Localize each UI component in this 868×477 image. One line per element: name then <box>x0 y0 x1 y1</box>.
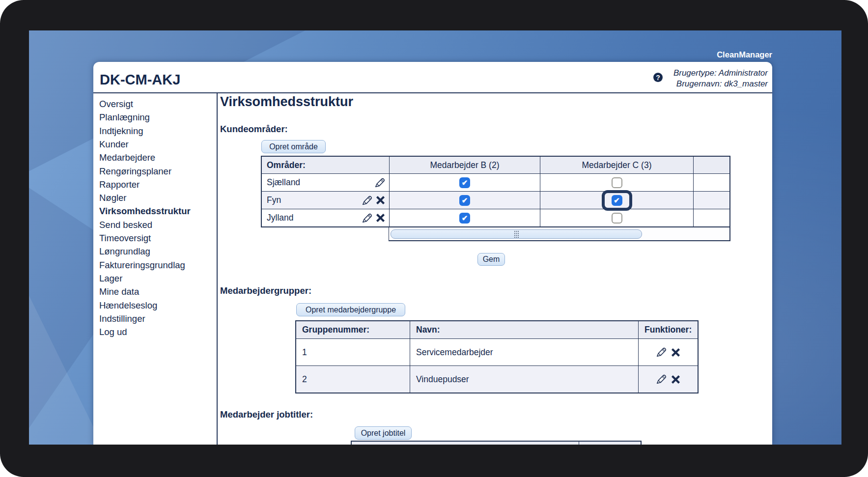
delete-x-icon[interactable] <box>376 196 385 205</box>
sidebar-item-rengoeringsplaner[interactable]: Rengøringsplaner <box>99 166 171 177</box>
brand-watermark: CleanManager <box>717 50 772 59</box>
create-group-button[interactable]: Opret medarbejdergruppe <box>296 303 405 316</box>
sidebar-item-mine-data[interactable]: Mine data <box>99 286 139 298</box>
sidebar-item-indstillinger[interactable]: Indstillinger <box>99 313 145 325</box>
sidebar-item-timeoversigt[interactable]: Timeoversigt <box>99 232 151 244</box>
save-button[interactable]: Gem <box>477 253 505 266</box>
group-name-cell: Vinduepudser <box>410 366 638 393</box>
sidebar-item-planlaegning[interactable]: Planlægning <box>99 112 150 123</box>
sidebar-item-oversigt[interactable]: Oversigt <box>99 98 133 110</box>
checkbox-focus-ring <box>602 208 632 228</box>
areas-table-header: Områder: Medarbejder B (2) Medarbejder C… <box>262 157 729 173</box>
group-number-cell: 1 <box>296 339 410 365</box>
horizontal-scrollbar-thumb[interactable] <box>391 229 642 239</box>
section-label-medarbejdergrupper: Medarbejdergrupper: <box>220 285 311 296</box>
delete-x-icon[interactable] <box>671 348 680 357</box>
jobtitles-table-partial <box>351 441 642 445</box>
checkbox-medarbejder-b[interactable] <box>459 195 470 206</box>
page-title: Virksomhedsstruktur <box>220 94 353 110</box>
sidebar-item-noegler[interactable]: Nøgler <box>99 192 127 204</box>
delete-x-icon[interactable] <box>376 213 385 223</box>
section-label-jobtitler: Medarbejder jobtitler: <box>220 409 313 420</box>
area-name: Jylland <box>267 213 293 223</box>
edit-pencil-icon[interactable] <box>362 195 372 206</box>
header-rule <box>93 92 772 93</box>
sidebar-item-medarbejdere[interactable]: Medarbejdere <box>99 152 155 164</box>
table-row-jylland: Jylland <box>262 209 729 226</box>
area-name-cell: Sjælland <box>262 174 389 191</box>
column-header-funktioner: Funktioner: <box>638 321 698 338</box>
sidebar-item-faktureringsgrundlag[interactable]: Faktureringsgrundlag <box>99 259 185 271</box>
areas-table: Områder: Medarbejder B (2) Medarbejder C… <box>261 156 730 227</box>
sidebar-item-kunder[interactable]: Kunder <box>99 139 129 150</box>
edit-pencil-icon[interactable] <box>656 374 667 385</box>
checkbox-medarbejder-b[interactable] <box>459 213 470 224</box>
group-functions-cell <box>638 339 698 365</box>
group-name-cell: Servicemedarbejder <box>410 339 638 365</box>
delete-x-icon[interactable] <box>671 375 680 384</box>
horizontal-scrollbar-track[interactable] <box>389 227 730 241</box>
monitor: CleanManager DK-CM-AKJ ? Brugertype: Adm… <box>0 0 868 477</box>
groups-table-header: Gruppenummer: Navn: Funktioner: <box>296 321 698 338</box>
sidebar-item-log-ud[interactable]: Log ud <box>99 326 127 338</box>
group-functions-cell <box>638 366 698 393</box>
area-name-cell: Jylland <box>262 209 389 226</box>
edit-pencil-icon[interactable] <box>656 347 667 358</box>
table-row-sjaelland: Sjælland <box>262 173 729 191</box>
create-jobtitle-button[interactable]: Opret jobtitel <box>355 426 412 440</box>
group-number-cell: 2 <box>296 366 410 393</box>
table-row-fyn: Fyn <box>262 191 729 209</box>
column-header-omraader: Områder: <box>262 157 389 173</box>
checkbox-medarbejder-c[interactable] <box>612 213 622 224</box>
create-area-button[interactable]: Opret område <box>261 140 326 153</box>
area-name-cell: Fyn <box>262 192 389 209</box>
checkbox-medarbejder-c[interactable] <box>612 195 622 206</box>
sidebar-divider <box>217 93 218 445</box>
sidebar-item-virksomhedsstruktur[interactable]: Virksomhedsstruktur <box>99 205 191 217</box>
groups-table: Gruppenummer: Navn: Funktioner: 1 Servic… <box>295 320 699 393</box>
desktop-wallpaper: CleanManager DK-CM-AKJ ? Brugertype: Adm… <box>29 30 841 445</box>
area-name: Sjælland <box>267 177 300 188</box>
user-info: Brugertype: Administrator Brugernavn: dk… <box>673 68 768 89</box>
area-name: Fyn <box>267 195 281 205</box>
group-row-2: 2 Vinduepudser <box>296 365 698 393</box>
checkbox-medarbejder-b[interactable] <box>459 177 470 188</box>
sidebar-item-rapporter[interactable]: Rapporter <box>99 179 140 191</box>
column-header-navn: Navn: <box>410 321 638 338</box>
checkbox-medarbejder-c[interactable] <box>612 177 622 188</box>
column-header-medarbejder-c: Medarbejder C (3) <box>540 157 693 173</box>
column-header-gruppenummer: Gruppenummer: <box>296 321 410 338</box>
sidebar-item-loengrundlag[interactable]: Løngrundlag <box>99 246 150 257</box>
column-header-medarbejder-b: Medarbejder B (2) <box>389 157 540 173</box>
sidebar-item-lager[interactable]: Lager <box>99 273 122 284</box>
window-title: DK-CM-AKJ <box>100 72 180 88</box>
column-header-empty <box>693 157 729 173</box>
sidebar-item-send-besked[interactable]: Send besked <box>99 219 152 231</box>
sidebar-item-indtjekning[interactable]: Indtjekning <box>99 125 143 137</box>
section-label-kundeomraader: Kundeområder: <box>220 124 288 135</box>
column-divider <box>579 442 579 445</box>
user-type-text: Brugertype: Administrator <box>673 68 768 79</box>
sidebar-item-haendelseslog[interactable]: Hændelseslog <box>99 300 157 311</box>
edit-pencil-icon[interactable] <box>374 177 385 188</box>
app-window: DK-CM-AKJ ? Brugertype: Administrator Br… <box>93 62 772 445</box>
group-row-1: 1 Servicemedarbejder <box>296 338 698 365</box>
help-icon[interactable]: ? <box>653 73 663 82</box>
edit-pencil-icon[interactable] <box>362 213 372 224</box>
user-name-text: Brugernavn: dk3_master <box>673 79 768 89</box>
drag-handle-icon <box>514 230 519 238</box>
